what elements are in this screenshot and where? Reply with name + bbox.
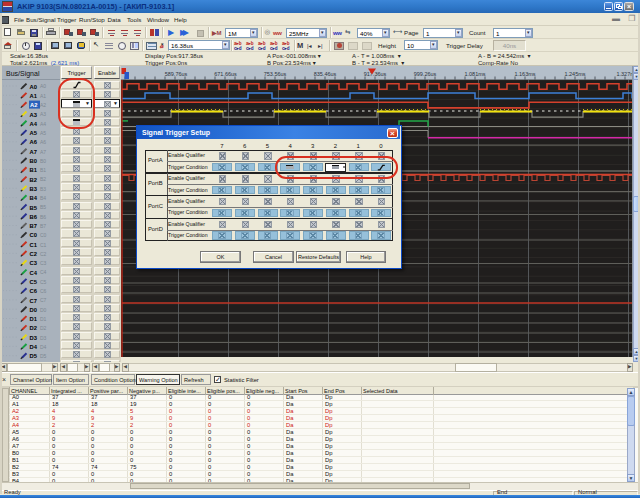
svg-text:1.081ms: 1.081ms	[464, 71, 485, 77]
svg-text:B5: B5	[30, 205, 38, 211]
svg-text:B3: B3	[30, 186, 38, 192]
svg-text:B1: B1	[40, 167, 46, 173]
svg-text:A3: A3	[40, 111, 46, 117]
svg-text:C4: C4	[30, 270, 38, 276]
svg-text:D5: D5	[40, 353, 47, 359]
svg-text:D1: D1	[40, 316, 47, 322]
svg-text:C1: C1	[30, 242, 38, 248]
svg-text:C6: C6	[30, 288, 38, 294]
svg-text:A3: A3	[30, 112, 38, 118]
svg-text:1.163ms: 1.163ms	[514, 71, 535, 77]
svg-text:D0: D0	[30, 307, 37, 313]
svg-text:A1: A1	[40, 93, 46, 99]
svg-text:B6: B6	[40, 214, 46, 220]
svg-text:A5: A5	[30, 130, 38, 136]
svg-text:B4: B4	[30, 195, 38, 201]
svg-text:A2: A2	[40, 102, 46, 108]
svg-text:A2: A2	[30, 102, 37, 108]
svg-text:A7: A7	[30, 149, 37, 155]
svg-text:C0: C0	[30, 232, 37, 238]
svg-text:A6: A6	[40, 139, 46, 145]
svg-text:D0: D0	[40, 307, 47, 313]
svg-text:671.66us: 671.66us	[214, 71, 237, 77]
svg-text:B0: B0	[30, 158, 37, 164]
svg-text:1.327ms: 1.327ms	[616, 71, 633, 77]
svg-text:D2: D2	[40, 325, 47, 331]
svg-text:589.76us: 589.76us	[165, 71, 188, 77]
svg-text:1.245ms: 1.245ms	[564, 71, 585, 77]
svg-text:Bus/Signal: Bus/Signal	[6, 70, 40, 78]
svg-text:753.56us: 753.56us	[264, 71, 287, 77]
svg-text:A4: A4	[40, 121, 46, 127]
svg-text:C2: C2	[40, 251, 47, 257]
svg-text:D2: D2	[30, 325, 37, 331]
svg-text:B7: B7	[40, 223, 46, 229]
svg-text:C5: C5	[40, 279, 47, 285]
svg-text:C7: C7	[30, 298, 37, 304]
svg-text:B7: B7	[30, 223, 37, 229]
svg-text:C3: C3	[40, 260, 47, 266]
svg-text:C4: C4	[40, 269, 47, 275]
svg-text:C2: C2	[30, 251, 37, 257]
svg-text:B1: B1	[30, 167, 38, 173]
svg-text:C5: C5	[30, 279, 38, 285]
svg-text:B2: B2	[30, 177, 37, 183]
svg-text:C0: C0	[40, 232, 47, 238]
svg-text:A1: A1	[30, 93, 38, 99]
svg-text:C1: C1	[40, 242, 47, 248]
svg-text:B0: B0	[40, 158, 46, 164]
svg-text:A6: A6	[30, 139, 38, 145]
svg-text:B4: B4	[40, 195, 46, 201]
svg-text:D5: D5	[30, 353, 38, 359]
svg-text:D4: D4	[40, 344, 47, 350]
svg-text:A0: A0	[30, 84, 37, 90]
svg-text:B3: B3	[40, 186, 46, 192]
svg-text:999.26us: 999.26us	[414, 71, 437, 77]
svg-text:D3: D3	[40, 335, 47, 341]
svg-text:917.36us: 917.36us	[364, 71, 387, 77]
svg-text:C6: C6	[40, 288, 47, 294]
svg-text:B5: B5	[40, 204, 46, 210]
svg-text:A5: A5	[40, 130, 46, 136]
svg-text:D1: D1	[30, 316, 38, 322]
svg-text:A4: A4	[30, 121, 38, 127]
svg-text:A7: A7	[40, 149, 46, 155]
svg-text:B2: B2	[40, 176, 46, 182]
svg-text:835.46us: 835.46us	[314, 71, 337, 77]
svg-text:D4: D4	[30, 344, 38, 350]
svg-text:B6: B6	[30, 214, 38, 220]
svg-text:A0: A0	[40, 83, 46, 89]
svg-text:C3: C3	[30, 260, 38, 266]
svg-text:D3: D3	[30, 335, 38, 341]
svg-text:C7: C7	[40, 297, 47, 303]
